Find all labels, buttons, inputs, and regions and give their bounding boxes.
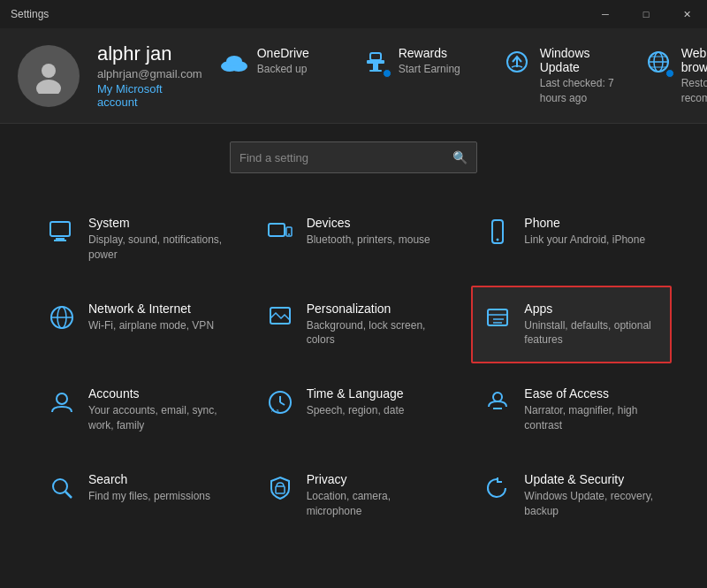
ease-desc: Narrator, magnifier, high contrast <box>524 403 659 433</box>
header-widgets: OneDrive Backed up Rewards Start Earning <box>220 46 707 106</box>
windows-update-sub: Last checked: 7 hours ago <box>540 76 618 106</box>
titlebar-controls: ─ □ ✕ <box>585 0 707 28</box>
search-icon: 🔍 <box>452 150 468 164</box>
web-browsing-icon <box>644 48 673 76</box>
system-desc: Display, sound, notifications, power <box>88 233 224 263</box>
svg-rect-7 <box>373 64 378 71</box>
ease-title: Ease of Access <box>524 386 659 401</box>
svg-rect-15 <box>50 222 70 236</box>
search-text: Search Find my files, permissions <box>88 472 210 504</box>
apps-icon <box>483 303 512 332</box>
personalization-text: Personalization Background, lock screen,… <box>307 302 442 348</box>
setting-item-personalization[interactable]: Personalization Background, lock screen,… <box>254 286 454 364</box>
svg-rect-5 <box>370 53 381 60</box>
setting-item-ease[interactable]: Ease of Access Narrator, magnifier, high… <box>471 370 672 449</box>
phone-text: Phone Link your Android, iPhone <box>524 216 645 248</box>
web-browsing-badge <box>665 69 674 78</box>
rewards-text: Rewards Start Earning <box>399 46 460 77</box>
minimize-button[interactable]: ─ <box>585 0 626 28</box>
svg-point-22 <box>497 239 499 241</box>
onedrive-icon <box>220 48 248 76</box>
svg-point-0 <box>42 64 56 78</box>
system-title: System <box>88 216 224 230</box>
svg-point-20 <box>288 233 290 235</box>
privacy-title: Privacy <box>307 472 442 486</box>
rewards-sub: Start Earning <box>399 62 460 77</box>
phone-icon <box>483 218 512 246</box>
svg-text:A a: A a <box>271 408 279 413</box>
personalization-desc: Background, lock screen, colors <box>307 318 442 348</box>
accounts-title: Accounts <box>88 386 224 401</box>
apps-text: Apps Uninstall, defaults, optional featu… <box>524 302 659 348</box>
phone-title: Phone <box>524 216 645 230</box>
setting-item-network[interactable]: Network & Internet Wi-Fi, airplane mode,… <box>35 286 236 364</box>
rewards-icon <box>361 48 390 76</box>
network-icon <box>48 303 76 332</box>
setting-item-privacy[interactable]: Privacy Location, camera, microphone <box>254 456 454 535</box>
ease-icon <box>483 388 512 416</box>
onedrive-title: OneDrive <box>257 46 309 60</box>
svg-point-36 <box>493 393 502 401</box>
close-button[interactable]: ✕ <box>666 0 707 28</box>
personalization-title: Personalization <box>307 302 442 316</box>
update-icon <box>483 474 512 502</box>
system-text: System Display, sound, notifications, po… <box>88 216 224 263</box>
avatar <box>18 45 80 107</box>
search-title: Search <box>88 472 210 486</box>
titlebar-title: Settings <box>11 8 49 20</box>
accounts-text: Accounts Your accounts, email, sync, wor… <box>88 386 224 433</box>
windows-update-icon <box>503 48 531 76</box>
web-browsing-title: Web browsing <box>681 46 707 74</box>
search-input[interactable] <box>239 151 445 164</box>
rewards-badge <box>383 69 392 78</box>
svg-line-34 <box>280 402 285 405</box>
time-icon: A a <box>266 388 294 416</box>
setting-item-phone[interactable]: Phone Link your Android, iPhone <box>471 200 672 279</box>
profile-email: alphrjan@gmail.com <box>97 67 202 80</box>
setting-item-system[interactable]: System Display, sound, notifications, po… <box>35 200 236 279</box>
windows-update-widget[interactable]: Windows Update Last checked: 7 hours ago <box>503 46 618 106</box>
profile-name: alphr jan <box>97 42 202 65</box>
rewards-widget[interactable]: Rewards Start Earning <box>361 46 476 106</box>
apps-title: Apps <box>524 302 659 316</box>
search-container: 🔍 <box>0 124 707 191</box>
devices-text: Devices Bluetooth, printers, mouse <box>307 216 430 248</box>
apps-desc: Uninstall, defaults, optional features <box>524 318 659 348</box>
svg-point-31 <box>57 393 67 404</box>
onedrive-widget[interactable]: OneDrive Backed up <box>220 46 335 106</box>
setting-item-time[interactable]: A a Time & Language Speech, region, date <box>254 370 454 449</box>
rewards-title: Rewards <box>399 46 460 60</box>
microsoft-account-link[interactable]: My Microsoft account <box>97 82 202 109</box>
setting-item-search[interactable]: Search Find my files, permissions <box>35 456 236 535</box>
svg-rect-16 <box>56 238 65 240</box>
devices-title: Devices <box>307 216 430 230</box>
onedrive-sub: Backed up <box>257 62 309 77</box>
setting-item-apps[interactable]: Apps Uninstall, defaults, optional featu… <box>471 286 672 364</box>
setting-item-devices[interactable]: Devices Bluetooth, printers, mouse <box>254 200 454 279</box>
personalization-icon <box>266 303 294 332</box>
search-icon <box>48 474 76 502</box>
web-browsing-text: Web browsing Restore recommended <box>681 46 707 106</box>
privacy-icon <box>266 474 294 502</box>
web-browsing-widget[interactable]: Web browsing Restore recommended <box>644 46 707 106</box>
accounts-icon <box>48 388 76 416</box>
update-title: Update & Security <box>524 472 659 486</box>
setting-item-accounts[interactable]: Accounts Your accounts, email, sync, wor… <box>35 370 236 449</box>
svg-point-1 <box>36 80 61 94</box>
svg-point-4 <box>226 56 242 66</box>
svg-rect-6 <box>367 60 384 64</box>
time-text: Time & Language Speech, region, date <box>307 386 405 418</box>
time-desc: Speech, region, date <box>307 403 405 418</box>
privacy-desc: Location, camera, microphone <box>307 489 442 519</box>
windows-update-title: Windows Update <box>540 46 618 74</box>
update-text: Update & Security Windows Update, recove… <box>524 472 659 519</box>
profile-info: alphr jan alphrjan@gmail.com My Microsof… <box>97 42 202 109</box>
settings-grid: System Display, sound, notifications, po… <box>0 191 707 552</box>
onedrive-text: OneDrive Backed up <box>257 46 309 77</box>
devices-desc: Bluetooth, printers, mouse <box>307 233 430 248</box>
system-icon <box>48 218 76 246</box>
setting-item-update[interactable]: Update & Security Windows Update, recove… <box>471 456 672 535</box>
windows-update-text: Windows Update Last checked: 7 hours ago <box>540 46 618 106</box>
search-box: 🔍 <box>230 141 477 173</box>
maximize-button[interactable]: □ <box>626 0 666 28</box>
